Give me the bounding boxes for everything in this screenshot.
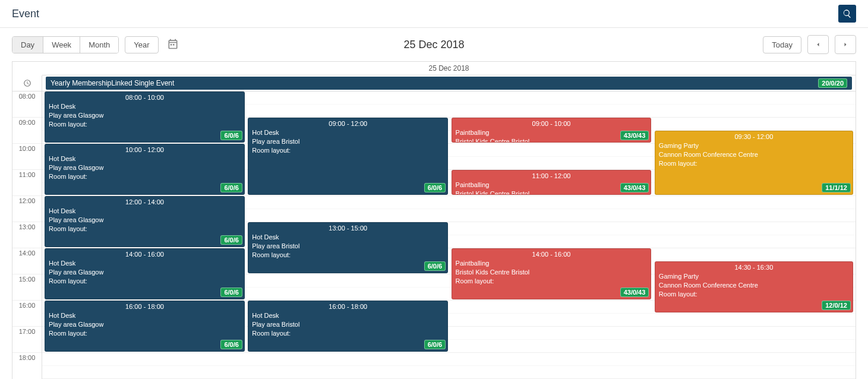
event-badge: 43/0/43 (620, 288, 649, 297)
event-badge: 12/0/12 (822, 301, 851, 310)
event-card[interactable]: 09:30 - 12:00 Gaming Party Cannon Room C… (655, 131, 853, 195)
event-layout: Room layout: (252, 329, 444, 338)
time-label: 17:00 (12, 327, 42, 353)
calendar: 25 Dec 2018 Yearly MembershipLinked Sing… (12, 61, 856, 379)
event-title: Hot Desk (252, 311, 444, 320)
event-title: Paintballing (456, 181, 648, 190)
event-time: 10:00 - 12:00 (49, 146, 241, 153)
event-card[interactable]: 11:00 - 12:00 Paintballing Bristol Kids … (452, 170, 652, 195)
event-badge: 6/0/6 (424, 340, 446, 349)
view-month-button[interactable]: Month (80, 37, 118, 53)
event-card[interactable]: 08:00 - 10:00 Hot Desk Play area Glasgow… (45, 91, 245, 143)
time-gutter-header (12, 75, 42, 91)
event-time: 11:00 - 12:00 (456, 172, 648, 179)
prev-button[interactable] (807, 35, 829, 54)
event-time: 13:00 - 15:00 (252, 225, 444, 232)
event-badge: 6/0/6 (220, 131, 242, 140)
event-layout: Room layout: (659, 159, 849, 168)
event-badge: 6/0/6 (424, 183, 446, 192)
search-icon (842, 9, 852, 18)
event-location: Play area Bristol (252, 320, 444, 329)
event-card[interactable]: 16:00 - 18:00 Hot Desk Play area Glasgow… (45, 301, 245, 352)
event-title: Hot Desk (252, 233, 444, 242)
allday-event-badge: 20/0/20 (818, 78, 847, 88)
event-card[interactable]: 14:00 - 16:00 Paintballing Bristol Kids … (452, 248, 652, 299)
event-time: 14:30 - 16:30 (659, 264, 849, 271)
event-layout: Room layout: (659, 290, 849, 299)
time-label: 10:00 (12, 144, 42, 170)
event-location: Bristol Kids Centre Bristol (456, 268, 648, 277)
event-card[interactable]: 10:00 - 12:00 Hot Desk Play area Glasgow… (45, 144, 245, 195)
event-location: Play area Glasgow (49, 268, 241, 277)
time-label: 11:00 (12, 170, 42, 196)
event-title: Gaming Party (659, 141, 849, 150)
event-title: Hot Desk (49, 259, 241, 268)
event-card[interactable]: 13:00 - 15:00 Hot Desk Play area Bristol… (248, 222, 448, 273)
event-title: Paintballing (456, 259, 648, 268)
event-layout: Room layout: (49, 172, 241, 181)
allday-event-title: Yearly MembershipLinked Single Event (50, 79, 174, 87)
event-title: Hot Desk (49, 207, 241, 216)
time-label: 08:00 (12, 91, 42, 118)
event-title: Hot Desk (49, 311, 241, 320)
time-gutter: 08:00 09:00 10:00 11:00 12:00 13:00 14:0… (12, 91, 42, 379)
calendar-grid: 08:00 09:00 10:00 11:00 12:00 13:00 14:0… (12, 91, 856, 379)
event-title: Paintballing (456, 128, 648, 137)
view-year-button[interactable]: Year (125, 36, 158, 53)
allday-row: Yearly MembershipLinked Single Event 20/… (12, 75, 856, 91)
event-card[interactable]: 12:00 - 14:00 Hot Desk Play area Glasgow… (45, 196, 245, 247)
event-location: Play area Glasgow (49, 111, 241, 120)
event-badge: 6/0/6 (220, 183, 242, 192)
time-label: 15:00 (12, 274, 42, 301)
event-time: 09:30 - 12:00 (659, 133, 849, 140)
next-button[interactable] (835, 35, 856, 54)
page-title: Event (12, 8, 39, 20)
event-card[interactable]: 14:30 - 16:30 Gaming Party Cannon Room C… (655, 261, 853, 312)
time-label: 12:00 (12, 196, 42, 222)
event-location: Cannon Room Conference Centre (659, 150, 849, 159)
event-time: 16:00 - 18:00 (252, 303, 444, 310)
view-week-button[interactable]: Week (43, 37, 80, 53)
event-location: Play area Glasgow (49, 216, 241, 225)
event-card[interactable]: 09:00 - 12:00 Hot Desk Play area Bristol… (248, 118, 448, 195)
event-layout: Room layout: (252, 251, 444, 260)
time-label: 18:00 (12, 353, 42, 379)
event-location: Cannon Room Conference Centre (659, 281, 849, 290)
event-time: 14:00 - 16:00 (49, 251, 241, 258)
event-layout: Room layout: (49, 120, 241, 129)
event-title: Hot Desk (49, 154, 241, 163)
event-badge: 43/0/43 (620, 183, 649, 192)
calendar-icon (167, 38, 179, 50)
event-time: 12:00 - 14:00 (49, 198, 241, 206)
clock-icon (23, 79, 31, 87)
chevron-left-icon (815, 41, 822, 48)
event-badge: 6/0/6 (424, 261, 446, 271)
toolbar: Day Week Month Year 25 Dec 2018 Today (0, 28, 868, 61)
event-location: Play area Glasgow (49, 320, 241, 329)
event-time: 16:00 - 18:00 (49, 303, 241, 310)
allday-event[interactable]: Yearly MembershipLinked Single Event 20/… (46, 77, 852, 90)
event-location: Play area Bristol (252, 242, 444, 251)
nav-controls: Today (763, 35, 856, 54)
event-title: Hot Desk (252, 128, 444, 137)
event-badge: 43/0/43 (620, 131, 649, 140)
event-location: Play area Bristol (252, 137, 444, 146)
event-card[interactable]: 16:00 - 18:00 Hot Desk Play area Bristol… (248, 301, 448, 352)
search-button[interactable] (838, 5, 856, 23)
events-area[interactable]: 08:00 - 10:00 Hot Desk Play area Glasgow… (42, 91, 856, 379)
event-card[interactable]: 14:00 - 16:00 Hot Desk Play area Glasgow… (45, 248, 245, 299)
view-group-primary: Day Week Month (12, 36, 119, 53)
event-badge: 6/0/6 (220, 288, 242, 297)
today-button[interactable]: Today (763, 36, 801, 53)
event-location: Bristol Kids Centre Bristol (456, 190, 648, 195)
time-label: 13:00 (12, 222, 42, 248)
view-day-button[interactable]: Day (12, 37, 43, 53)
time-label: 14:00 (12, 248, 42, 274)
event-badge: 6/0/6 (220, 235, 242, 245)
time-label: 09:00 (12, 118, 42, 144)
date-picker-button[interactable] (167, 38, 179, 52)
event-layout: Room layout: (49, 277, 241, 286)
event-badge: 11/1/12 (822, 183, 851, 192)
event-layout: Room layout: (252, 146, 444, 155)
event-card[interactable]: 09:00 - 10:00 Paintballing Bristol Kids … (452, 118, 652, 143)
